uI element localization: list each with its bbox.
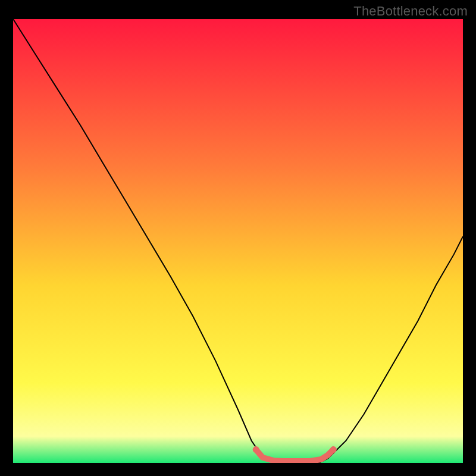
chart-frame: TheBottleneck.com <box>0 0 476 476</box>
optimal-range-end-dot <box>330 446 337 453</box>
watermark-text: TheBottleneck.com <box>353 4 468 19</box>
chart-svg <box>13 19 463 463</box>
gradient-background <box>13 19 463 463</box>
optimal-range-start-dot <box>253 446 259 453</box>
bottleneck-chart <box>13 19 463 463</box>
